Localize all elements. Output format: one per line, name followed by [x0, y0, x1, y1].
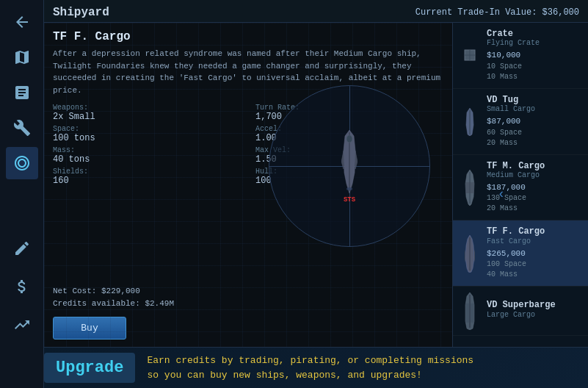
- ship-list-type-tug: Small Cargo: [487, 105, 582, 114]
- ship-list[interactable]: Crate Flying Crate $10,000 10 Space 10 M…: [452, 23, 588, 347]
- ship-list-stat2: 10 Mass: [487, 72, 582, 82]
- ship-info: TF F. Cargo After a depression related s…: [44, 23, 452, 347]
- space-value: 100 tons: [53, 133, 241, 143]
- tools-icon[interactable]: [6, 112, 38, 144]
- cost-section: Net Cost: $229,000 Credits available: $2…: [53, 279, 443, 340]
- weapons-value: 2x Small: [53, 112, 241, 122]
- ship-list-type: Flying Crate: [487, 39, 582, 48]
- ship-thumb-tug: [459, 103, 481, 140]
- ship-list-type-mcargo: Medium Cargo: [487, 171, 582, 180]
- cargo-icon[interactable]: [6, 76, 38, 109]
- stat-mass: Mass: 40 tons: [53, 146, 241, 165]
- ship-list-name: Crate: [487, 29, 582, 39]
- ship-list-price-fcargo: $265,000: [487, 248, 582, 259]
- stat-space: Space: 100 tons: [53, 125, 241, 143]
- ship-list-price-tug: $87,000: [487, 116, 582, 127]
- header: Shipyard Current Trade-In Value: $36,000: [44, 0, 588, 23]
- upgrade-label: Upgrade: [44, 353, 135, 383]
- upgrade-text: Earn credits by trading, pirating, or co…: [147, 353, 473, 382]
- back-icon[interactable]: [6, 6, 38, 38]
- svg-point-2: [346, 187, 352, 190]
- svg-marker-4: [355, 151, 357, 169]
- svg-point-5: [346, 135, 352, 143]
- svg-marker-3: [341, 151, 344, 169]
- svg-marker-17: [474, 249, 475, 262]
- main-content: Shipyard Current Trade-In Value: $36,000…: [44, 0, 588, 388]
- ship-list-item-tug[interactable]: VD Tug Small Cargo $87,000 60 Space 20 M…: [453, 89, 588, 155]
- map-icon[interactable]: [6, 41, 38, 73]
- ship-list-name-tug: VD Tug: [487, 95, 582, 105]
- ship-list-info-tug: VD Tug Small Cargo $87,000 60 Space 20 M…: [487, 95, 582, 148]
- mcargo-icon: [465, 169, 475, 206]
- fcargo-icon: [465, 234, 475, 273]
- ship-circle: STS: [269, 85, 430, 247]
- trade-icon[interactable]: [6, 270, 38, 303]
- ship-svg: [341, 129, 357, 195]
- ship-list-price: $10,000: [487, 50, 582, 61]
- ship-list-name-mcargo: TF M. Cargo: [487, 161, 582, 171]
- ship-name: TF F. Cargo: [53, 30, 443, 43]
- buy-button[interactable]: Buy: [53, 317, 126, 340]
- space-label: Space:: [53, 125, 241, 133]
- ship-label: STS: [344, 196, 355, 204]
- tug-icon: [465, 107, 475, 136]
- ship-list-stat1: 10 Space: [487, 62, 582, 72]
- crate-icon: [462, 48, 477, 62]
- ship-list-item-barge[interactable]: VD Superbarge Large Cargo: [453, 287, 588, 336]
- crew-icon[interactable]: [6, 232, 38, 265]
- upgrade-banner: Upgrade Earn credits by trading, piratin…: [44, 347, 588, 388]
- svg-rect-20: [465, 303, 474, 323]
- ship-list-item-fcargo[interactable]: TF F. Cargo Fast Cargo $265,000 100 Spac…: [453, 220, 588, 287]
- ship-list-type-fcargo: Fast Cargo: [487, 237, 582, 246]
- stats-icon[interactable]: [6, 309, 38, 341]
- svg-rect-13: [465, 182, 474, 193]
- trade-in-value: Current Trade-In Value: $36,000: [415, 7, 579, 18]
- ship-list-stat1-fcargo: 100 Space: [487, 259, 582, 270]
- ship-list-name-fcargo: TF F. Cargo: [487, 226, 582, 237]
- credits-available: Credits available: $2.49M: [53, 298, 443, 311]
- ship-list-info-barge: VD Superbarge Large Cargo: [487, 300, 582, 321]
- scroll-left-icon[interactable]: ‹: [494, 187, 509, 201]
- ship-list-type-barge: Large Cargo: [487, 311, 582, 320]
- ship-panel: TF F. Cargo After a depression related s…: [44, 23, 588, 347]
- ship-sprite: STS: [341, 129, 357, 204]
- ship-list-info-fcargo: TF F. Cargo Fast Cargo $265,000 100 Spac…: [487, 226, 582, 280]
- ship-list-name-barge: VD Superbarge: [487, 300, 582, 310]
- sidebar: [0, 0, 44, 388]
- ship-icon[interactable]: [6, 147, 38, 179]
- svg-marker-16: [465, 249, 465, 262]
- ship-list-item-mcargo[interactable]: TF M. Cargo Medium Cargo $187,000 130 Sp…: [453, 155, 588, 221]
- shields-value: 160: [53, 176, 241, 186]
- stat-weapons: Weapons: 2x Small: [53, 104, 241, 122]
- ship-thumb-barge: [459, 292, 481, 329]
- ship-thumb-crate: [459, 37, 481, 73]
- stat-shields: Shields: 160: [53, 168, 241, 186]
- ship-list-stat2-tug: 20 Mass: [487, 138, 582, 148]
- ship-list-stat2-fcargo: 40 Mass: [487, 270, 582, 280]
- net-cost: Net Cost: $229,000: [53, 285, 443, 298]
- mass-value: 40 tons: [53, 154, 241, 165]
- page-title: Shipyard: [53, 6, 109, 19]
- ship-list-stat1-tug: 60 Space: [487, 128, 582, 138]
- shields-label: Shields:: [53, 168, 241, 176]
- ship-viewer: STS: [247, 52, 452, 280]
- ship-list-stat2-mcargo: 20 Mass: [487, 204, 582, 214]
- ship-list-item-crate[interactable]: Crate Flying Crate $10,000 10 Space 10 M…: [453, 23, 588, 89]
- ship-list-info: Crate Flying Crate $10,000 10 Space 10 M…: [487, 29, 582, 82]
- ship-thumb-mcargo: [459, 169, 481, 206]
- ship-thumb-fcargo: [459, 235, 481, 272]
- barge-icon: [464, 292, 476, 330]
- weapons-label: Weapons:: [53, 104, 241, 112]
- mass-label: Mass:: [53, 146, 241, 154]
